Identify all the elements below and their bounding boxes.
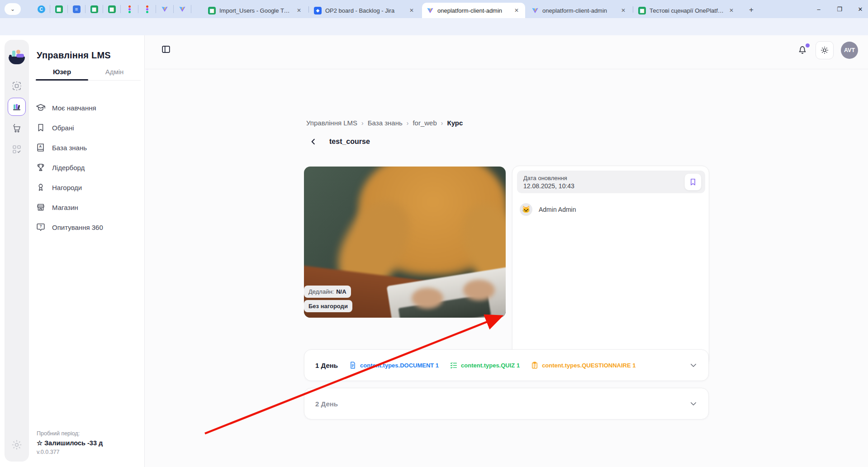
back-chevron-icon[interactable] (309, 138, 318, 146)
chevron-down-icon[interactable] (689, 361, 697, 369)
app-version: v.0.0.377 (37, 449, 103, 455)
lms-module-icon-active[interactable] (8, 98, 26, 116)
theme-toggle-button[interactable] (816, 41, 834, 59)
tab-separator (308, 6, 309, 13)
breadcrumb-separator: › (361, 119, 364, 127)
vite-icon (179, 5, 186, 13)
day-1-accordion[interactable]: 1 День content.types.DOCUMENT 1 content.… (304, 349, 709, 381)
sidebar-item-my-learning[interactable]: Моє навчання (36, 98, 141, 118)
browser-tab-active[interactable]: oneplatform-client-admin ✕ (422, 3, 525, 18)
chevron-down-icon: ⌄ (10, 6, 15, 12)
sun-icon (820, 45, 830, 55)
tab-title: Тестові сценарії OnePlatform (650, 7, 724, 14)
new-tab-button[interactable]: + (745, 4, 757, 16)
sidebar-item-label: Лідерборд (52, 164, 85, 172)
window-maximize-button[interactable]: ❐ (829, 0, 850, 18)
cover-decor (463, 280, 495, 300)
day-title: 2 День (315, 400, 338, 408)
sidebar-item-leaderboard[interactable]: Лідерборд (36, 157, 141, 177)
sidebar-item-survey-360[interactable]: ? Опитування 360 (36, 217, 141, 237)
clockify-icon: C (38, 5, 45, 13)
pinned-tab-vite[interactable] (156, 5, 174, 13)
browser-tab-scenarios[interactable]: ▦ Тестові сценарії OnePlatform ✕ (634, 3, 740, 18)
sheets-icon: ▦ (55, 5, 63, 13)
sheets-icon: ▦ (90, 5, 98, 13)
vite-icon (531, 7, 539, 14)
close-tab-icon[interactable]: ✕ (295, 6, 303, 14)
browser-tab-jira[interactable]: ◆ OP2 board - Backlog - Jira ✕ (309, 3, 420, 18)
sidebar-item-label: Моє навчання (52, 104, 96, 112)
deadline-value: N/A (336, 288, 346, 295)
questionnaire-icon (531, 361, 539, 369)
window-minimize-button[interactable]: – (808, 0, 829, 18)
tab-title: oneplatform-client-admin (542, 7, 616, 14)
pinned-tab-vite[interactable] (174, 5, 191, 13)
pinned-tab-clockify[interactable]: C (33, 5, 50, 13)
content-badge-quiz: content.types.QUIZ 1 (450, 361, 520, 369)
updated-label: Дата оновлення (523, 175, 684, 181)
content-badge-document: content.types.DOCUMENT 1 (349, 361, 439, 369)
sidebar-item-awards[interactable]: Нагороди (36, 177, 141, 197)
window-close-button[interactable]: ✕ (850, 0, 868, 18)
oneplatform-logo[interactable] (8, 48, 26, 66)
sidebar-item-label: Нагороди (52, 184, 82, 191)
sidebar: Управління LMS Юзер Адмін Моє навчання О… (0, 35, 145, 467)
user-avatar[interactable]: AVT (841, 42, 858, 59)
pinned-tab-sheets[interactable]: ▦ (103, 5, 121, 13)
sidebar-item-knowledge-base[interactable]: A База знань (36, 138, 141, 157)
updated-date-block: Дата оновлення 12.08.2025, 10:43 (517, 171, 705, 193)
breadcrumb-item[interactable]: for_web (413, 119, 436, 127)
tab-search-button[interactable]: ⌄ (5, 3, 21, 15)
jira-icon: ◆ (314, 7, 322, 14)
browser-tab-import-users[interactable]: ▦ Import_Users - Google Таблиц ✕ (204, 3, 308, 18)
author-row: 🐱 Admin Admin (520, 203, 576, 216)
breadcrumb-item[interactable]: Управління LMS (306, 119, 357, 127)
document-icon (349, 361, 357, 369)
deadline-label: Дедлайн: (308, 288, 334, 295)
tab-title: oneplatform-client-admin (437, 7, 509, 14)
breadcrumb-item[interactable]: База знань (368, 119, 403, 127)
close-tab-icon[interactable]: ✕ (512, 6, 521, 14)
tab-user[interactable]: Юзер (36, 65, 88, 80)
close-tab-icon[interactable]: ✕ (619, 6, 627, 14)
pinned-tab-figma[interactable] (138, 5, 156, 13)
sidebar-item-store[interactable]: Магазин (36, 197, 141, 217)
svg-text:?: ? (39, 224, 42, 229)
tab-title: OP2 board - Backlog - Jira (325, 7, 404, 14)
content-badge-label: content.types.QUIZ 1 (461, 362, 520, 369)
tasks-module-icon[interactable] (8, 140, 26, 158)
pinned-tab-figma[interactable] (121, 5, 138, 13)
shop-module-icon[interactable] (8, 119, 26, 138)
sidebar-nav: Моє навчання Обрані A База знань Лідербо… (36, 98, 141, 237)
settings-gear-icon[interactable] (8, 436, 26, 454)
course-title: test_course (329, 138, 370, 146)
notification-dot (806, 43, 810, 48)
trial-remaining: ☆ Залишилось -33 д (37, 439, 103, 447)
pinned-tab-sheets[interactable]: ▦ (50, 5, 68, 13)
author-avatar: 🐱 (520, 203, 532, 216)
app-rail (5, 40, 29, 462)
author-name: Admin Admin (539, 206, 576, 213)
breadcrumb-current: Курс (447, 119, 463, 127)
pinned-tabs: C ▦ ≡ ▦ ▦ (33, 0, 191, 18)
browser-tab-admin2[interactable]: oneplatform-client-admin ✕ (527, 3, 632, 18)
docs-icon: ≡ (73, 5, 81, 13)
breadcrumb: Управління LMS › База знань › for_web › … (306, 119, 463, 127)
sidebar-toggle-icon[interactable] (159, 42, 173, 57)
course-info-card: Дата оновлення 12.08.2025, 10:43 🐱 Admin… (512, 166, 709, 367)
trial-period-block: Пробний період: ☆ Залишилось -33 д v.0.0… (37, 430, 103, 455)
updated-value: 12.08.2025, 10:43 (523, 182, 684, 190)
cover-decor (412, 288, 443, 309)
pinned-tab-docs[interactable]: ≡ (68, 5, 85, 13)
close-tab-icon[interactable]: ✕ (727, 6, 735, 14)
sidebar-item-favorites[interactable]: Обрані (36, 118, 141, 138)
day-2-accordion[interactable]: 2 День (304, 388, 709, 419)
focus-module-icon[interactable] (8, 77, 26, 95)
pinned-tab-sheets[interactable]: ▦ (85, 5, 103, 13)
medal-icon (36, 182, 46, 192)
notifications-button[interactable] (797, 43, 810, 57)
tab-admin[interactable]: Адмін (88, 65, 141, 80)
close-tab-icon[interactable]: ✕ (408, 6, 416, 14)
chevron-down-icon[interactable] (689, 400, 697, 408)
bookmark-course-button[interactable] (684, 173, 702, 191)
